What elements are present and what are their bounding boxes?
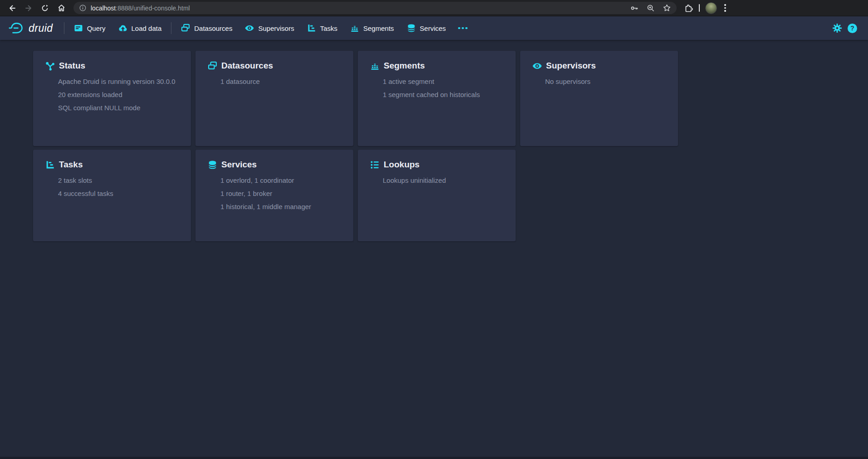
multi-select-icon bbox=[208, 61, 217, 71]
card-line: 20 extensions loaded bbox=[58, 91, 182, 98]
url-host: localhost bbox=[91, 5, 116, 12]
browser-toolbar: localhost:8888/unified-console.html bbox=[0, 0, 868, 16]
gear-icon bbox=[832, 23, 842, 33]
address-bar[interactable]: localhost:8888/unified-console.html bbox=[73, 2, 677, 14]
druid-logo[interactable]: druid bbox=[8, 21, 53, 35]
profile-avatar[interactable] bbox=[705, 2, 717, 14]
card-line: 1 datasource bbox=[220, 78, 344, 85]
lookups-card[interactable]: Lookups Lookups uninitialized bbox=[358, 150, 516, 241]
gantt-chart-icon bbox=[45, 160, 55, 170]
window-edge bbox=[0, 457, 868, 459]
supervisors-card[interactable]: Supervisors No supervisors bbox=[520, 51, 678, 146]
card-title: Status bbox=[59, 61, 85, 71]
stacked-chart-icon bbox=[370, 61, 380, 71]
graph-icon bbox=[45, 61, 55, 71]
nav-item-segments[interactable]: Segments bbox=[345, 20, 399, 36]
card-title: Supervisors bbox=[546, 61, 596, 71]
forward-button[interactable] bbox=[22, 1, 35, 15]
nav-item-label: Datasources bbox=[194, 24, 232, 32]
application-icon bbox=[74, 24, 83, 33]
nav-item-label: Segments bbox=[363, 24, 394, 32]
home-button[interactable] bbox=[54, 1, 68, 15]
url-path: :8888/unified-console.html bbox=[116, 5, 190, 12]
nav-item-supervisors[interactable]: Supervisors bbox=[240, 20, 299, 36]
properties-icon bbox=[370, 160, 380, 170]
card-line: 1 segment cached on historicals bbox=[383, 91, 507, 98]
navbar-separator bbox=[64, 22, 64, 34]
settings-button[interactable] bbox=[829, 20, 845, 36]
tasks-card[interactable]: Tasks 2 task slots 4 successful tasks bbox=[33, 150, 191, 241]
card-line: 1 historical, 1 middle manager bbox=[220, 203, 344, 210]
card-title: Services bbox=[221, 160, 257, 170]
stacked-chart-icon bbox=[350, 24, 359, 33]
card-line: 4 successful tasks bbox=[58, 190, 182, 197]
help-icon: ? bbox=[848, 24, 857, 33]
services-card[interactable]: Services 1 overlord, 1 coordinator 1 rou… bbox=[195, 150, 353, 241]
druid-logo-icon bbox=[8, 21, 24, 35]
zoom-icon[interactable] bbox=[646, 4, 655, 13]
back-icon bbox=[8, 4, 16, 12]
forward-icon bbox=[24, 4, 33, 12]
home-view: Status Apache Druid is running version 3… bbox=[0, 40, 868, 241]
nav-item-label: Query bbox=[87, 24, 106, 32]
druid-navbar: druid Query Load data Datasources Superv… bbox=[0, 16, 868, 40]
database-icon bbox=[208, 160, 217, 170]
segments-card[interactable]: Segments 1 active segment 1 segment cach… bbox=[358, 51, 516, 146]
database-icon bbox=[407, 24, 416, 33]
multi-select-icon bbox=[181, 24, 190, 33]
nav-item-tasks[interactable]: Tasks bbox=[302, 20, 342, 36]
card-title: Lookups bbox=[384, 160, 419, 170]
cloud-upload-icon bbox=[118, 24, 127, 33]
page-info-icon[interactable] bbox=[79, 4, 87, 12]
card-title: Segments bbox=[384, 61, 425, 71]
eye-icon bbox=[245, 24, 254, 33]
toolbar-divider bbox=[699, 4, 700, 12]
brand-name: druid bbox=[29, 22, 53, 34]
back-button[interactable] bbox=[5, 1, 19, 15]
eye-icon bbox=[532, 61, 542, 71]
gantt-chart-icon bbox=[307, 24, 316, 33]
card-line: 2 task slots bbox=[58, 177, 182, 184]
nav-item-label: Services bbox=[420, 24, 446, 32]
nav-item-label: Supervisors bbox=[258, 24, 294, 32]
card-title: Datasources bbox=[221, 61, 273, 71]
card-line: 1 active segment bbox=[383, 78, 507, 85]
nav-item-load-data[interactable]: Load data bbox=[113, 20, 167, 36]
card-line: No supervisors bbox=[545, 78, 669, 85]
extensions-icon[interactable] bbox=[684, 3, 693, 13]
navbar-separator bbox=[171, 22, 171, 34]
reload-icon bbox=[41, 4, 49, 12]
nav-item-label: Load data bbox=[132, 24, 162, 32]
status-card[interactable]: Status Apache Druid is running version 3… bbox=[33, 51, 191, 146]
nav-item-label: Tasks bbox=[320, 24, 337, 32]
card-line: 1 router, 1 broker bbox=[220, 190, 344, 197]
card-line: Apache Druid is running version 30.0.0 bbox=[58, 78, 182, 85]
password-key-icon[interactable] bbox=[630, 4, 639, 13]
nav-item-services[interactable]: Services bbox=[402, 20, 451, 36]
help-button[interactable]: ? bbox=[845, 21, 860, 36]
nav-item-query[interactable]: Query bbox=[69, 20, 111, 36]
bookmark-star-icon[interactable] bbox=[663, 4, 671, 12]
card-line: Lookups uninitialized bbox=[383, 177, 507, 184]
url-text: localhost:8888/unified-console.html bbox=[91, 5, 626, 12]
browser-menu-button[interactable] bbox=[722, 2, 728, 14]
reload-button[interactable] bbox=[38, 1, 52, 15]
more-menu-button[interactable] bbox=[454, 24, 472, 33]
datasources-card[interactable]: Datasources 1 datasource bbox=[195, 51, 353, 146]
home-icon bbox=[57, 4, 66, 12]
card-line: SQL compliant NULL mode bbox=[58, 104, 182, 112]
nav-item-datasources[interactable]: Datasources bbox=[176, 20, 237, 36]
card-line: 1 overlord, 1 coordinator bbox=[220, 177, 344, 184]
card-title: Tasks bbox=[59, 160, 83, 170]
